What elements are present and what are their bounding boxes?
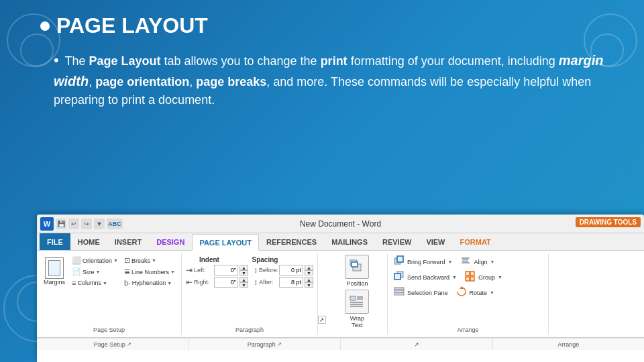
columns-btn[interactable]: ≡ Columns ▼	[70, 278, 120, 288]
tab-design[interactable]: DESIGN	[149, 233, 192, 250]
selection-pane-btn[interactable]: Selection Pane	[392, 286, 450, 300]
expand-bar-item[interactable]: ↗	[341, 339, 493, 350]
after-spin: ▲ ▼	[305, 277, 313, 288]
before-spin-up[interactable]: ▲	[305, 265, 313, 270]
position-btn[interactable]	[345, 255, 369, 279]
tab-references[interactable]: REFERENCES	[259, 233, 324, 250]
breaks-btn[interactable]: ⊡ Breaks ▼	[122, 255, 177, 265]
group-btn[interactable]: Group ▼	[463, 270, 504, 284]
line-numbers-icon: ≣	[124, 267, 130, 276]
right-value-input[interactable]	[214, 277, 238, 288]
arrange-group: Bring Forward ▼ Align	[388, 253, 549, 335]
indent-spacing-content: Indent Spacing ⇥ Left: ▲ ▼ ↕ Before:	[186, 255, 313, 333]
abc-btn[interactable]: ABC	[107, 219, 123, 229]
svg-rect-19	[470, 277, 474, 281]
after-spin-down[interactable]: ▼	[305, 282, 313, 288]
align-svg	[460, 255, 471, 266]
slide-body: • The Page Layout tab allows you to chan…	[40, 49, 624, 109]
arrange-row-2: Send Backward ▼	[392, 270, 504, 284]
expand-btn[interactable]: ↗	[318, 253, 327, 335]
position-icon	[349, 259, 365, 275]
right-spin-down[interactable]: ▼	[239, 282, 248, 288]
rotate-btn[interactable]: Rotate ▼	[454, 286, 496, 300]
indent-label: Indent	[186, 256, 233, 263]
arrange-bar-item[interactable]: Arrange	[493, 339, 645, 350]
slide-title-text: PAGE LAYOUT	[56, 13, 208, 38]
tab-home[interactable]: HOME	[70, 233, 107, 250]
body-text: The Page Layout tab allows you to change…	[54, 54, 603, 107]
page-setup-small-btns-2: ⊡ Breaks ▼ ≣ Line Numbers ▼ b‐	[122, 255, 177, 288]
after-label: After:	[259, 279, 278, 286]
hyphenation-btn[interactable]: b‐ Hyphenation ▼	[122, 278, 177, 288]
position-label: Position	[346, 280, 368, 287]
before-spin: ▲ ▼	[305, 265, 313, 276]
hyphenation-arrow: ▼	[167, 281, 172, 286]
undo-btn[interactable]: ↩	[68, 219, 79, 229]
columns-label: Columns	[77, 280, 101, 286]
before-spin-down[interactable]: ▼	[305, 270, 313, 276]
page-setup-bar-item[interactable]: Page Setup ↗	[37, 339, 189, 350]
redo-btn[interactable]: ↪	[81, 219, 92, 229]
paragraph-bar-icon: ↗	[277, 341, 282, 347]
after-value-input[interactable]	[279, 277, 303, 288]
svg-rect-10	[397, 256, 403, 262]
orientation-label: Orientation	[83, 257, 112, 264]
customize-btn[interactable]: ▼	[94, 219, 105, 229]
selection-pane-icon	[394, 286, 405, 299]
slide-container: PAGE LAYOUT • The Page Layout tab allows…	[0, 0, 644, 362]
right-after-row: ⇤ Right: ▲ ▼ ↕ After: ▲ ▼	[186, 277, 313, 288]
before-spacing-icon: ↕	[254, 265, 258, 275]
arrange-row-1: Bring Forward ▼ Align	[392, 255, 504, 269]
expand-icon[interactable]: ↗	[318, 316, 326, 324]
indent-spacing-group: Indent Spacing ⇥ Left: ▲ ▼ ↕ Before:	[182, 253, 318, 335]
tab-file[interactable]: FILE	[40, 233, 70, 250]
tab-view[interactable]: VIEW	[419, 233, 452, 250]
slide-title: PAGE LAYOUT	[40, 13, 624, 38]
ribbon-titlebar: W 💾 ↩ ↪ ▼ ABC New Document - Word DRAWIN…	[37, 215, 644, 233]
orientation-arrow: ▼	[113, 258, 118, 263]
send-backward-btn[interactable]: Send Backward ▼	[392, 270, 459, 284]
align-btn[interactable]: Align ▼	[458, 255, 496, 269]
quick-save-btn[interactable]: 💾	[56, 219, 66, 229]
tab-review[interactable]: REVIEW	[375, 233, 419, 250]
paragraph-bar-item[interactable]: Paragraph ↗	[189, 339, 341, 350]
group-arrow: ▼	[498, 275, 502, 280]
left-value-input[interactable]	[214, 265, 238, 276]
size-btn[interactable]: 📄 Size ▼	[70, 267, 120, 277]
indent-spacing-headers: Indent Spacing	[186, 255, 292, 263]
line-numbers-arrow: ▼	[170, 269, 175, 274]
tab-format[interactable]: FORMAT	[453, 233, 498, 250]
wrap-text-btn[interactable]	[345, 290, 369, 314]
selection-pane-label: Selection Pane	[407, 290, 448, 296]
word-icon: W	[40, 217, 54, 231]
selection-pane-svg	[394, 286, 405, 297]
before-value-input[interactable]	[279, 265, 303, 276]
align-label: Align	[474, 259, 487, 265]
hyphenation-icon: b‐	[124, 279, 131, 287]
breaks-label: Breaks	[131, 257, 150, 264]
tab-page-layout[interactable]: PAGE LAYOUT	[192, 234, 259, 251]
align-icon	[460, 255, 471, 268]
svg-rect-17	[470, 272, 474, 276]
columns-arrow: ▼	[103, 281, 107, 286]
rotate-icon	[456, 286, 467, 299]
orientation-btn[interactable]: ⬜ Orientation ▼	[70, 255, 120, 265]
after-spin-up[interactable]: ▲	[305, 277, 313, 282]
drawing-tools-badge: DRAWING TOOLS	[576, 217, 641, 227]
tab-mailings[interactable]: MAILINGS	[324, 233, 375, 250]
content-area: PAGE LAYOUT • The Page Layout tab allows…	[40, 13, 624, 109]
bring-forward-btn[interactable]: Bring Forward ▼	[392, 255, 454, 269]
arrange-row-3: Selection Pane Rotate ▼	[392, 286, 504, 300]
line-numbers-btn[interactable]: ≣ Line Numbers ▼	[122, 267, 177, 277]
group-svg	[465, 271, 476, 282]
body-bullet-icon: •	[54, 52, 59, 68]
left-spin-up[interactable]: ▲	[239, 265, 248, 270]
left-spin-down[interactable]: ▼	[239, 270, 248, 276]
bring-forward-svg	[394, 255, 405, 266]
position-wrap-content: Position WrapText	[345, 255, 369, 338]
position-wrap-group: Position WrapText	[327, 253, 388, 335]
tab-insert[interactable]: INSERT	[107, 233, 149, 250]
right-spin: ▲ ▼	[239, 277, 248, 288]
margins-btn[interactable]: Margins	[41, 255, 68, 288]
right-spin-up[interactable]: ▲	[239, 277, 248, 282]
